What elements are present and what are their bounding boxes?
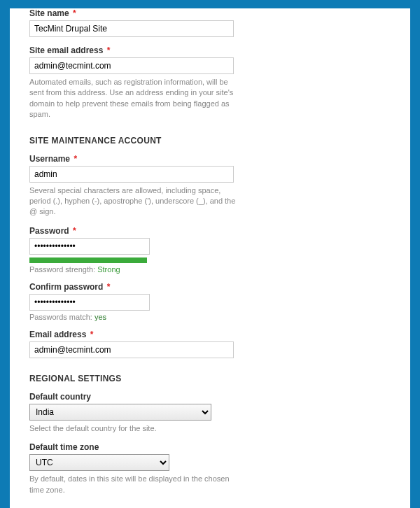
password-label: Password * bbox=[29, 226, 393, 236]
label-text: Site name bbox=[29, 8, 69, 18]
admin-email-input[interactable] bbox=[29, 341, 234, 358]
password-match-text: Passwords match: yes bbox=[29, 313, 393, 321]
default-country-description: Select the default country for the site. bbox=[29, 423, 239, 434]
password-input[interactable] bbox=[29, 238, 150, 255]
site-email-input[interactable] bbox=[29, 57, 234, 74]
strength-label: Password strength: bbox=[29, 265, 95, 274]
username-description: Several special characters are allowed, … bbox=[29, 185, 239, 218]
required-marker: * bbox=[74, 154, 77, 164]
required-marker: * bbox=[107, 282, 111, 292]
site-email-description: Automated emails, such as registration i… bbox=[29, 77, 239, 120]
site-name-input[interactable] bbox=[29, 20, 234, 37]
default-timezone-description: By default, dates in this site will be d… bbox=[29, 474, 239, 495]
required-marker: * bbox=[90, 330, 94, 339]
required-marker: * bbox=[73, 8, 76, 18]
label-text: Site email address bbox=[29, 45, 103, 55]
admin-email-label: Email address * bbox=[29, 330, 393, 339]
required-marker: * bbox=[73, 226, 76, 236]
maintenance-heading: SITE MAINTENANCE ACCOUNT bbox=[29, 136, 393, 146]
confirm-password-label: Confirm password * bbox=[29, 282, 393, 292]
password-strength-bar bbox=[29, 257, 147, 263]
confirm-password-input[interactable] bbox=[29, 294, 150, 311]
default-country-select[interactable]: India bbox=[29, 404, 211, 421]
default-country-label: Default country bbox=[29, 392, 393, 402]
site-name-label: Site name * bbox=[29, 8, 393, 18]
site-email-label: Site email address * bbox=[29, 45, 393, 55]
page-inner: Site name * Site email address * Automat… bbox=[10, 8, 410, 508]
match-label: Passwords match: bbox=[29, 313, 92, 321]
default-timezone-label: Default time zone bbox=[29, 442, 393, 452]
page-outer: Site name * Site email address * Automat… bbox=[0, 8, 420, 508]
label-text: Username bbox=[29, 154, 70, 164]
default-timezone-select[interactable]: UTC bbox=[29, 454, 169, 471]
regional-heading: REGIONAL SETTINGS bbox=[29, 374, 393, 383]
install-form: Site name * Site email address * Automat… bbox=[29, 8, 393, 508]
label-text: Confirm password bbox=[29, 282, 103, 292]
username-label: Username * bbox=[29, 154, 393, 164]
strength-value: Strong bbox=[97, 265, 120, 274]
required-marker: * bbox=[107, 45, 111, 55]
label-text: Password bbox=[29, 226, 69, 236]
password-strength-text: Password strength: Strong bbox=[29, 265, 393, 274]
username-input[interactable] bbox=[29, 166, 234, 183]
label-text: Email address bbox=[29, 330, 86, 339]
match-value: yes bbox=[94, 313, 106, 321]
